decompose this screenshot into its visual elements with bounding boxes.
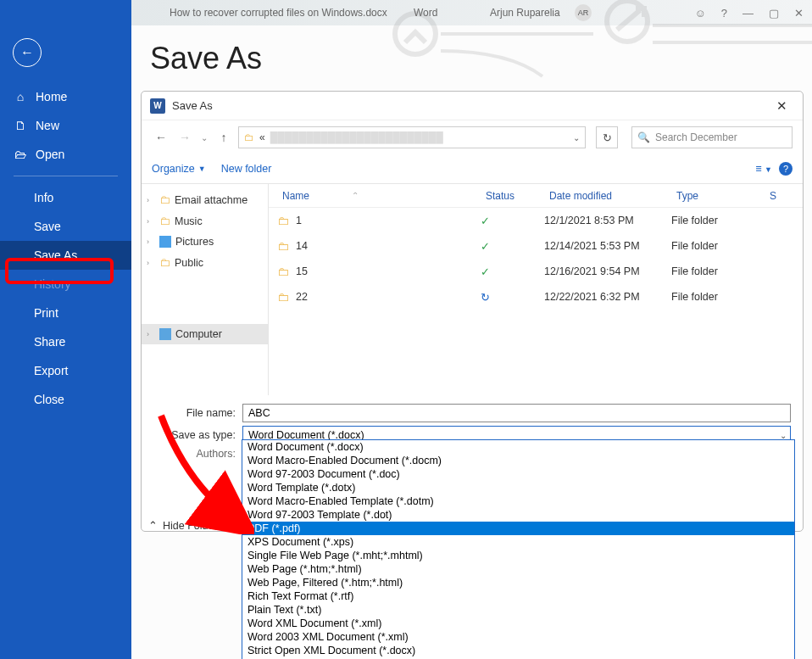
minimize-icon[interactable]: — <box>742 7 754 20</box>
tree-item-pictures[interactable]: ›Pictures <box>142 232 268 252</box>
maximize-icon[interactable]: ▢ <box>769 7 779 20</box>
col-type[interactable]: Type <box>671 190 765 202</box>
folder-icon: 🗀 <box>277 214 289 227</box>
type-cell: File folder <box>671 240 765 252</box>
date-cell: 12/14/2021 5:53 PM <box>544 240 671 252</box>
tree-item-email[interactable]: ›🗀Email attachme <box>142 189 268 210</box>
breadcrumb-path: ████████████████████████ <box>270 131 443 143</box>
search-icon: 🔍 <box>637 131 650 143</box>
help-icon[interactable]: ? <box>721 7 727 20</box>
file-row[interactable]: 🗀15✓12/16/2021 9:54 PMFile folder <box>269 259 803 284</box>
file-row[interactable]: 🗀22↻12/22/2021 6:32 PMFile folder <box>269 284 803 310</box>
dialog-toolbar: Organize ▼ New folder ≡ ▼ ? <box>142 154 803 183</box>
nav-home-label: Home <box>36 90 67 103</box>
page-title: Save As <box>150 41 812 76</box>
chevron-up-icon: ⌃ <box>148 519 158 532</box>
tree-item-public[interactable]: ›🗀Public <box>142 252 268 273</box>
nav-print[interactable]: Print <box>0 299 131 327</box>
computer-icon <box>159 328 171 340</box>
close-window-icon[interactable]: ✕ <box>794 7 804 20</box>
type-option[interactable]: Word Macro-Enabled Template (*.dotm) <box>242 494 794 508</box>
chevron-down-icon: ⌄ <box>780 431 787 440</box>
file-row[interactable]: 🗀14✓12/14/2021 5:53 PMFile folder <box>269 233 803 259</box>
type-option[interactable]: XPS Document (*.xps) <box>242 535 794 549</box>
nav-open-label: Open <box>36 148 64 161</box>
type-option[interactable]: Word 2003 XML Document (*.xml) <box>242 630 794 644</box>
nav-history-label: History <box>34 277 71 291</box>
tree-item-computer[interactable]: ›Computer <box>142 324 268 344</box>
chevron-down-icon[interactable]: ⌄ <box>573 133 580 142</box>
hide-folders-button[interactable]: ⌃ Hide Folders <box>148 519 223 532</box>
type-option[interactable]: PDF (*.pdf) <box>242 522 794 535</box>
file-list: Name⌃ Status Date modified Type S 🗀1✓12/… <box>269 184 803 395</box>
type-option[interactable]: Word XML Document (*.xml) <box>242 617 794 630</box>
app-name: Word <box>414 7 437 19</box>
help-button[interactable]: ? <box>779 162 793 176</box>
nav-home[interactable]: ⌂Home <box>0 82 131 111</box>
nav-history-dropdown[interactable]: ⌄ <box>201 133 208 142</box>
breadcrumb-prefix: « <box>259 131 265 143</box>
file-name-input[interactable] <box>242 404 791 422</box>
type-option[interactable]: Word 97-2003 Template (*.dot) <box>242 508 794 522</box>
file-name-label: File name: <box>153 407 242 419</box>
back-button[interactable]: ← <box>13 38 42 67</box>
col-status[interactable]: Status <box>481 190 544 202</box>
nav-open[interactable]: 🗁Open <box>0 140 131 169</box>
folder-icon: 🗀 <box>277 290 289 304</box>
organize-button[interactable]: Organize ▼ <box>152 163 206 175</box>
nav-info[interactable]: Info <box>0 183 131 212</box>
search-box[interactable]: 🔍 Search December <box>631 126 793 148</box>
type-option[interactable]: Rich Text Format (*.rtf) <box>242 589 794 603</box>
col-date[interactable]: Date modified <box>544 190 671 202</box>
file-row[interactable]: 🗀1✓12/1/2021 8:53 PMFile folder <box>269 208 803 233</box>
save-type-dropdown[interactable]: Word Document (*.docx)Word Macro-Enabled… <box>242 439 795 659</box>
folder-icon: 🗀 <box>244 131 254 143</box>
type-option[interactable]: Word Document (*.docx) <box>242 440 794 454</box>
tree-label: Pictures <box>175 236 214 248</box>
open-icon: 🗁 <box>14 148 27 161</box>
col-size[interactable]: S <box>765 190 781 202</box>
type-option[interactable]: Strict Open XML Document (*.docx) <box>242 644 794 657</box>
tree-label: Music <box>175 215 203 227</box>
address-bar[interactable]: 🗀 « ████████████████████████ ⌄ <box>238 126 586 148</box>
view-button[interactable]: ≡ ▼ <box>755 163 772 175</box>
type-option[interactable]: Word 97-2003 Document (*.doc) <box>242 467 794 481</box>
nav-save[interactable]: Save <box>0 212 131 241</box>
word-icon: W <box>150 98 165 114</box>
nav-new[interactable]: 🗋New <box>0 111 131 140</box>
type-option[interactable]: Word Template (*.dotx) <box>242 481 794 494</box>
new-folder-button[interactable]: New folder <box>221 163 272 175</box>
new-icon: 🗋 <box>14 119 27 132</box>
col-name[interactable]: Name⌃ <box>277 190 481 202</box>
nav-save-as-label: Save As <box>34 249 77 262</box>
type-option[interactable]: Web Page (*.htm;*.html) <box>242 562 794 576</box>
nav-save-as[interactable]: Save As <box>0 241 131 270</box>
nav-export[interactable]: Export <box>0 356 131 385</box>
nav-back-button[interactable]: ← <box>152 128 170 147</box>
refresh-button[interactable]: ↻ <box>596 126 618 148</box>
status-icon: ✓ <box>481 265 544 278</box>
nav-up-button[interactable]: ↑ <box>214 128 233 147</box>
tree-item-music[interactable]: ›🗀Music <box>142 210 268 232</box>
type-option[interactable]: Plain Text (*.txt) <box>242 603 794 617</box>
nav-close[interactable]: Close <box>0 385 131 414</box>
nav-new-label: New <box>36 119 59 132</box>
dialog-close-button[interactable]: ✕ <box>770 95 794 117</box>
type-option[interactable]: Word Macro-Enabled Document (*.docm) <box>242 454 794 467</box>
home-icon: ⌂ <box>14 90 27 103</box>
type-option[interactable]: Single File Web Page (*.mht;*.mhtml) <box>242 549 794 562</box>
type-option[interactable]: Web Page, Filtered (*.htm;*.html) <box>242 576 794 589</box>
nav-forward-button[interactable]: → <box>175 128 194 147</box>
chevron-down-icon: ▼ <box>198 165 206 173</box>
user-avatar[interactable]: AR <box>575 4 592 21</box>
date-cell: 12/16/2021 9:54 PM <box>544 265 671 277</box>
nav-share[interactable]: Share <box>0 327 131 356</box>
file-list-header: Name⌃ Status Date modified Type S <box>269 184 803 208</box>
nav-print-label: Print <box>34 306 58 320</box>
save-type-label: Save as type: <box>153 429 242 441</box>
type-cell: File folder <box>671 215 765 226</box>
emoji-icon[interactable]: ☺ <box>694 7 705 20</box>
dialog-header: W Save As ✕ <box>142 92 803 120</box>
type-cell: File folder <box>671 291 765 303</box>
status-icon: ↻ <box>481 291 544 304</box>
